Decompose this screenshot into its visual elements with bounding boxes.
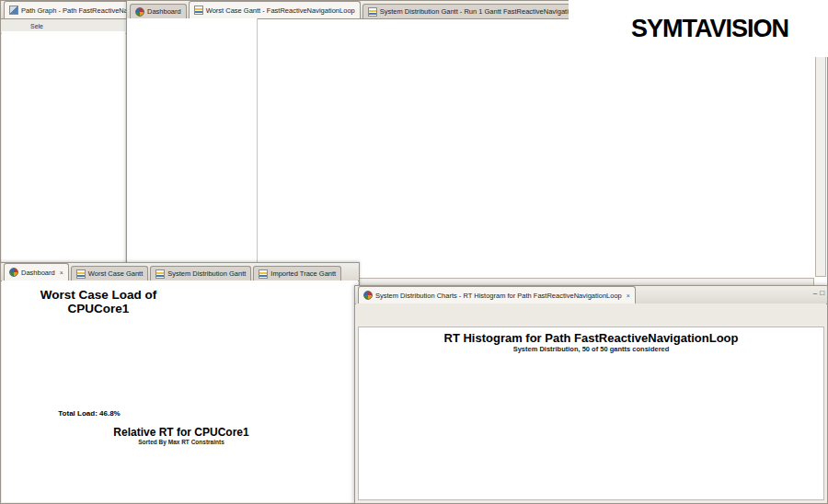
close-icon[interactable]: × (627, 292, 630, 299)
gantt-icon (259, 269, 268, 279)
histogram-title: RT Histogram for Path FastReactiveNaviga… (359, 331, 823, 345)
gantt-chart (257, 18, 818, 277)
minimize-icon[interactable]: – (813, 289, 817, 297)
rt-histogram-plot (361, 353, 824, 500)
dashboard-tab-label: System Distribution Gantt (167, 269, 246, 278)
dashboard-tab-label: Dashboard (21, 269, 55, 277)
dashboard-tabrow: Dashboard×Worst Case GanttSystem Distrib… (1, 263, 359, 281)
gantt-icon (368, 7, 377, 17)
total-load-label: Total Load: 46.8% (29, 409, 149, 418)
gantt-vertical-scrollbar[interactable] (815, 18, 826, 277)
histogram-subtitle: System Distribution, 50 of 50 gantts con… (359, 345, 823, 353)
path-graph-tabrow: Path Graph - Path FastReactiveNav×Task G… (1, 1, 126, 19)
close-icon[interactable]: × (60, 269, 63, 276)
select-mode-label[interactable]: Sele (30, 23, 43, 29)
gantt-icon (194, 6, 203, 15)
rt-histogram-chart-area: RT Histogram for Path FastReactiveNaviga… (358, 326, 824, 500)
logo-text-symta: SYMTA (631, 15, 710, 42)
dashboard-tab-label: Worst Case Gantt (88, 269, 143, 278)
bar-chart-subtitle: Sorted By Max RT Constraints (2, 439, 358, 445)
dashboard-tab-0[interactable]: Dashboard× (4, 263, 69, 281)
dashboard-panel: Dashboard×Worst Case GanttSystem Distrib… (0, 262, 360, 504)
dashboard-icon (363, 291, 373, 300)
dist-charts-tab-label: System Distribution Charts - RT Histogra… (375, 292, 622, 300)
graph-icon (9, 6, 18, 15)
logo-text-vision: VISION (710, 15, 789, 42)
chart-toolbar (356, 304, 826, 325)
gantt-icon (155, 269, 165, 279)
dashboard-tab-3[interactable]: Imported Trace Gantt (253, 266, 341, 281)
distribution-charts-panel: System Distribution Charts - RT Histogra… (354, 285, 828, 504)
gantt-tab-1[interactable]: Worst Case Gantt - FastReactiveNavigatio… (189, 1, 361, 18)
path-tab-label: Path Graph - Path FastReactiveNav (21, 6, 126, 15)
gantt-tab-label: Dashboard (147, 7, 181, 16)
restore-icon[interactable]: □ (820, 289, 824, 297)
gantt-tab-label: Worst Case Gantt - FastReactiveNavigatio… (206, 6, 355, 15)
symtavision-logo-icon (576, 4, 626, 53)
cpu-load-pie-chart (6, 301, 185, 420)
dashboard-content: Worst Case Load of CPUCore1 Total Load: … (2, 281, 358, 502)
dashboard-tab-label: Imported Trace Gantt (270, 269, 336, 278)
dashboard-icon (9, 268, 18, 277)
application-window: Path Graph - Path FastReactiveNav×Task G… (0, 0, 828, 504)
gantt-tab-0[interactable]: Dashboard (130, 4, 187, 18)
dashboard-tab-1[interactable]: Worst Case Gantt (71, 266, 148, 281)
dist-charts-tab-0[interactable]: System Distribution Charts - RT Histogra… (358, 286, 636, 304)
distribution-charts-tabrow: System Distribution Charts - RT Histogra… (355, 286, 827, 304)
symtavision-logo: SYMTAVISION (569, 0, 828, 57)
path-tab-0[interactable]: Path Graph - Path FastReactiveNav× (4, 1, 126, 18)
gantt-task-descriptions (127, 18, 258, 276)
bar-chart-title: Relative RT for CPUCore1 (2, 426, 358, 439)
dashboard-tab-2[interactable]: System Distribution Gantt (150, 266, 251, 281)
gantt-icon (76, 269, 86, 279)
relative-rt-bar-chart (6, 446, 358, 502)
path-graph-canvas (2, 31, 125, 265)
path-graph-panel: Path Graph - Path FastReactiveNav×Task G… (0, 0, 127, 267)
dashboard-icon (135, 7, 144, 17)
